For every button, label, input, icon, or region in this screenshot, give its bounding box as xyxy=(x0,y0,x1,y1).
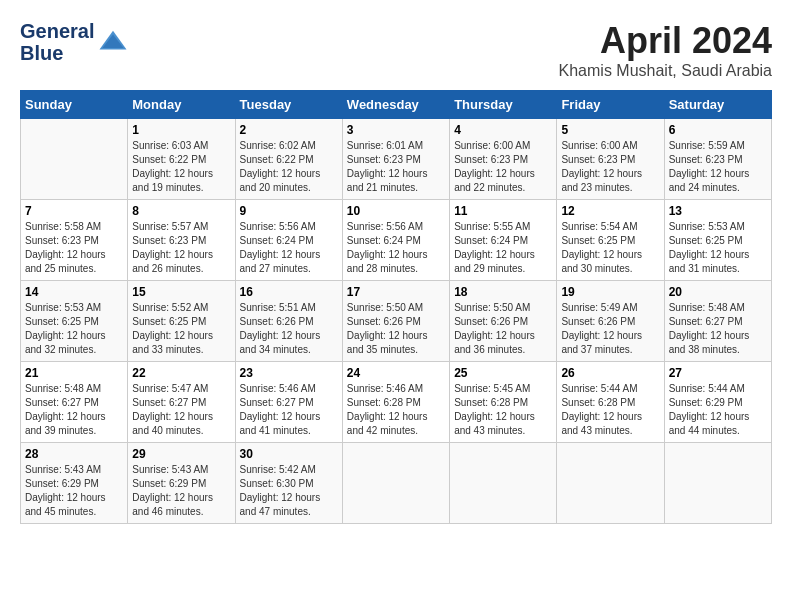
day-number: 9 xyxy=(240,204,338,218)
col-thursday: Thursday xyxy=(450,91,557,119)
day-info: Sunrise: 6:00 AMSunset: 6:23 PMDaylight:… xyxy=(561,139,659,195)
day-number: 5 xyxy=(561,123,659,137)
table-row: 4Sunrise: 6:00 AMSunset: 6:23 PMDaylight… xyxy=(450,119,557,200)
table-row: 23Sunrise: 5:46 AMSunset: 6:27 PMDayligh… xyxy=(235,362,342,443)
table-row: 16Sunrise: 5:51 AMSunset: 6:26 PMDayligh… xyxy=(235,281,342,362)
table-row: 15Sunrise: 5:52 AMSunset: 6:25 PMDayligh… xyxy=(128,281,235,362)
day-number: 4 xyxy=(454,123,552,137)
day-number: 15 xyxy=(132,285,230,299)
page-header: General Blue April 2024 Khamis Mushait, … xyxy=(20,20,772,80)
day-info: Sunrise: 5:53 AMSunset: 6:25 PMDaylight:… xyxy=(669,220,767,276)
day-info: Sunrise: 5:52 AMSunset: 6:25 PMDaylight:… xyxy=(132,301,230,357)
table-row: 20Sunrise: 5:48 AMSunset: 6:27 PMDayligh… xyxy=(664,281,771,362)
table-row: 30Sunrise: 5:42 AMSunset: 6:30 PMDayligh… xyxy=(235,443,342,524)
day-info: Sunrise: 5:59 AMSunset: 6:23 PMDaylight:… xyxy=(669,139,767,195)
day-number: 1 xyxy=(132,123,230,137)
table-row: 8Sunrise: 5:57 AMSunset: 6:23 PMDaylight… xyxy=(128,200,235,281)
calendar-header-row: Sunday Monday Tuesday Wednesday Thursday… xyxy=(21,91,772,119)
day-info: Sunrise: 5:43 AMSunset: 6:29 PMDaylight:… xyxy=(132,463,230,519)
day-number: 22 xyxy=(132,366,230,380)
table-row: 18Sunrise: 5:50 AMSunset: 6:26 PMDayligh… xyxy=(450,281,557,362)
table-row: 22Sunrise: 5:47 AMSunset: 6:27 PMDayligh… xyxy=(128,362,235,443)
day-info: Sunrise: 5:56 AMSunset: 6:24 PMDaylight:… xyxy=(347,220,445,276)
day-info: Sunrise: 5:57 AMSunset: 6:23 PMDaylight:… xyxy=(132,220,230,276)
table-row: 6Sunrise: 5:59 AMSunset: 6:23 PMDaylight… xyxy=(664,119,771,200)
day-number: 24 xyxy=(347,366,445,380)
day-info: Sunrise: 5:50 AMSunset: 6:26 PMDaylight:… xyxy=(454,301,552,357)
calendar-week-row: 21Sunrise: 5:48 AMSunset: 6:27 PMDayligh… xyxy=(21,362,772,443)
day-info: Sunrise: 5:46 AMSunset: 6:28 PMDaylight:… xyxy=(347,382,445,438)
month-year-title: April 2024 xyxy=(559,20,772,62)
table-row: 24Sunrise: 5:46 AMSunset: 6:28 PMDayligh… xyxy=(342,362,449,443)
day-info: Sunrise: 5:49 AMSunset: 6:26 PMDaylight:… xyxy=(561,301,659,357)
table-row: 26Sunrise: 5:44 AMSunset: 6:28 PMDayligh… xyxy=(557,362,664,443)
day-info: Sunrise: 6:01 AMSunset: 6:23 PMDaylight:… xyxy=(347,139,445,195)
day-number: 18 xyxy=(454,285,552,299)
day-info: Sunrise: 5:44 AMSunset: 6:29 PMDaylight:… xyxy=(669,382,767,438)
calendar-week-row: 28Sunrise: 5:43 AMSunset: 6:29 PMDayligh… xyxy=(21,443,772,524)
day-info: Sunrise: 5:58 AMSunset: 6:23 PMDaylight:… xyxy=(25,220,123,276)
day-number: 21 xyxy=(25,366,123,380)
day-number: 25 xyxy=(454,366,552,380)
col-monday: Monday xyxy=(128,91,235,119)
table-row: 3Sunrise: 6:01 AMSunset: 6:23 PMDaylight… xyxy=(342,119,449,200)
day-number: 7 xyxy=(25,204,123,218)
table-row: 11Sunrise: 5:55 AMSunset: 6:24 PMDayligh… xyxy=(450,200,557,281)
table-row: 7Sunrise: 5:58 AMSunset: 6:23 PMDaylight… xyxy=(21,200,128,281)
day-number: 16 xyxy=(240,285,338,299)
title-block: April 2024 Khamis Mushait, Saudi Arabia xyxy=(559,20,772,80)
day-info: Sunrise: 6:03 AMSunset: 6:22 PMDaylight:… xyxy=(132,139,230,195)
table-row: 28Sunrise: 5:43 AMSunset: 6:29 PMDayligh… xyxy=(21,443,128,524)
day-info: Sunrise: 5:43 AMSunset: 6:29 PMDaylight:… xyxy=(25,463,123,519)
day-number: 8 xyxy=(132,204,230,218)
table-row: 21Sunrise: 5:48 AMSunset: 6:27 PMDayligh… xyxy=(21,362,128,443)
day-info: Sunrise: 5:50 AMSunset: 6:26 PMDaylight:… xyxy=(347,301,445,357)
table-row: 19Sunrise: 5:49 AMSunset: 6:26 PMDayligh… xyxy=(557,281,664,362)
table-row: 25Sunrise: 5:45 AMSunset: 6:28 PMDayligh… xyxy=(450,362,557,443)
day-number: 27 xyxy=(669,366,767,380)
day-number: 14 xyxy=(25,285,123,299)
day-number: 17 xyxy=(347,285,445,299)
table-row: 14Sunrise: 5:53 AMSunset: 6:25 PMDayligh… xyxy=(21,281,128,362)
day-number: 28 xyxy=(25,447,123,461)
day-info: Sunrise: 5:55 AMSunset: 6:24 PMDaylight:… xyxy=(454,220,552,276)
col-friday: Friday xyxy=(557,91,664,119)
day-number: 26 xyxy=(561,366,659,380)
day-info: Sunrise: 6:02 AMSunset: 6:22 PMDaylight:… xyxy=(240,139,338,195)
col-saturday: Saturday xyxy=(664,91,771,119)
table-row xyxy=(21,119,128,200)
calendar-week-row: 14Sunrise: 5:53 AMSunset: 6:25 PMDayligh… xyxy=(21,281,772,362)
table-row: 29Sunrise: 5:43 AMSunset: 6:29 PMDayligh… xyxy=(128,443,235,524)
table-row: 2Sunrise: 6:02 AMSunset: 6:22 PMDaylight… xyxy=(235,119,342,200)
day-info: Sunrise: 5:54 AMSunset: 6:25 PMDaylight:… xyxy=(561,220,659,276)
calendar-table: Sunday Monday Tuesday Wednesday Thursday… xyxy=(20,90,772,524)
day-info: Sunrise: 5:47 AMSunset: 6:27 PMDaylight:… xyxy=(132,382,230,438)
table-row: 9Sunrise: 5:56 AMSunset: 6:24 PMDaylight… xyxy=(235,200,342,281)
logo-text: General Blue xyxy=(20,20,94,64)
logo-icon xyxy=(98,27,128,57)
day-info: Sunrise: 5:56 AMSunset: 6:24 PMDaylight:… xyxy=(240,220,338,276)
day-info: Sunrise: 6:00 AMSunset: 6:23 PMDaylight:… xyxy=(454,139,552,195)
day-number: 19 xyxy=(561,285,659,299)
table-row: 12Sunrise: 5:54 AMSunset: 6:25 PMDayligh… xyxy=(557,200,664,281)
calendar-week-row: 1Sunrise: 6:03 AMSunset: 6:22 PMDaylight… xyxy=(21,119,772,200)
table-row: 1Sunrise: 6:03 AMSunset: 6:22 PMDaylight… xyxy=(128,119,235,200)
calendar-week-row: 7Sunrise: 5:58 AMSunset: 6:23 PMDaylight… xyxy=(21,200,772,281)
day-number: 23 xyxy=(240,366,338,380)
table-row xyxy=(664,443,771,524)
day-number: 2 xyxy=(240,123,338,137)
col-tuesday: Tuesday xyxy=(235,91,342,119)
day-info: Sunrise: 5:48 AMSunset: 6:27 PMDaylight:… xyxy=(669,301,767,357)
day-info: Sunrise: 5:46 AMSunset: 6:27 PMDaylight:… xyxy=(240,382,338,438)
day-info: Sunrise: 5:48 AMSunset: 6:27 PMDaylight:… xyxy=(25,382,123,438)
day-number: 29 xyxy=(132,447,230,461)
day-number: 6 xyxy=(669,123,767,137)
table-row: 5Sunrise: 6:00 AMSunset: 6:23 PMDaylight… xyxy=(557,119,664,200)
location-subtitle: Khamis Mushait, Saudi Arabia xyxy=(559,62,772,80)
day-info: Sunrise: 5:42 AMSunset: 6:30 PMDaylight:… xyxy=(240,463,338,519)
table-row xyxy=(450,443,557,524)
day-number: 10 xyxy=(347,204,445,218)
day-info: Sunrise: 5:44 AMSunset: 6:28 PMDaylight:… xyxy=(561,382,659,438)
day-info: Sunrise: 5:45 AMSunset: 6:28 PMDaylight:… xyxy=(454,382,552,438)
table-row xyxy=(557,443,664,524)
